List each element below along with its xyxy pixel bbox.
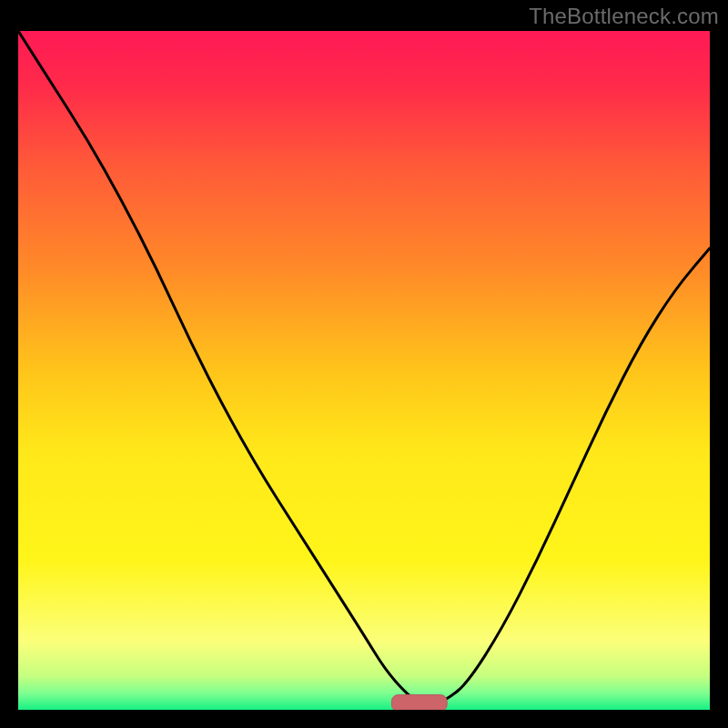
optimal-marker (391, 695, 447, 710)
chart-frame: TheBottleneck.com (0, 0, 728, 728)
gradient-background (18, 31, 710, 710)
bottleneck-chart (18, 31, 710, 710)
plot-area (18, 31, 710, 710)
watermark-text: TheBottleneck.com (529, 4, 719, 29)
